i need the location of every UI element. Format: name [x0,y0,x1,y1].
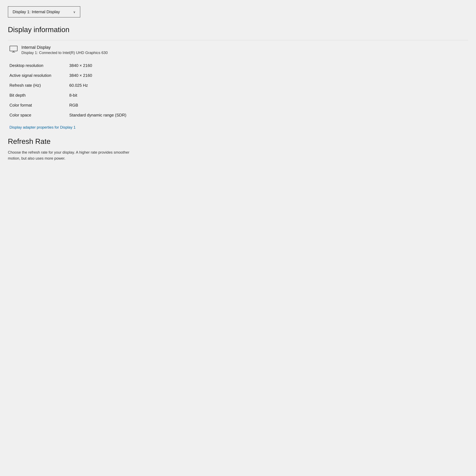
refresh-rate-label: Refresh rate (Hz) [9,83,69,88]
active-signal-resolution-value: 3840 × 2160 [69,73,92,78]
display-info-table: Desktop resolution 3840 × 2160 Active si… [8,61,468,120]
desktop-resolution-row: Desktop resolution 3840 × 2160 [8,61,468,70]
monitor-icon [9,46,18,52]
color-space-row: Color space Standard dynamic range (SDR) [8,110,468,120]
display-information-title: Display information [8,25,468,34]
color-space-label: Color space [9,113,69,118]
svg-rect-0 [10,46,17,51]
monitor-subtitle: Display 1: Connected to Intel(R) UHD Gra… [21,51,108,55]
refresh-rate-title: Refresh Rate [8,137,468,146]
bit-depth-value: 8-bit [69,93,77,98]
refresh-rate-section: Refresh Rate Choose the refresh rate for… [8,137,468,162]
bit-depth-label: Bit depth [9,93,69,98]
monitor-text-block: Internal Display Display 1: Connected to… [21,45,108,55]
monitor-row: Internal Display Display 1: Connected to… [8,45,468,55]
desktop-resolution-label: Desktop resolution [9,63,69,68]
refresh-rate-value: 60.025 Hz [69,83,88,88]
monitor-icon-wrap [9,46,18,53]
desktop-resolution-value: 3840 × 2160 [69,63,92,68]
color-format-label: Color format [9,103,69,108]
divider [8,40,468,40]
display-selector-label: Display 1: Internal Display [13,9,60,14]
refresh-rate-description: Choose the refresh rate for your display… [8,149,142,162]
color-format-value: RGB [69,103,78,108]
active-signal-resolution-label: Active signal resolution [9,73,69,78]
display-adapter-link[interactable]: Display adapter properties for Display 1 [8,124,77,131]
color-space-value: Standard dynamic range (SDR) [69,113,126,118]
color-format-row: Color format RGB [8,100,468,110]
active-signal-resolution-row: Active signal resolution 3840 × 2160 [8,70,468,80]
chevron-down-icon: ∨ [73,10,76,14]
display-information-section: Display information Internal Display Dis… [8,25,468,131]
display-selector-dropdown[interactable]: Display 1: Internal Display ∨ [8,6,80,17]
refresh-rate-row: Refresh rate (Hz) 60.025 Hz [8,80,468,90]
monitor-name: Internal Display [21,45,108,50]
bit-depth-row: Bit depth 8-bit [8,90,468,100]
display-selector-wrapper: Display 1: Internal Display ∨ [8,6,468,17]
